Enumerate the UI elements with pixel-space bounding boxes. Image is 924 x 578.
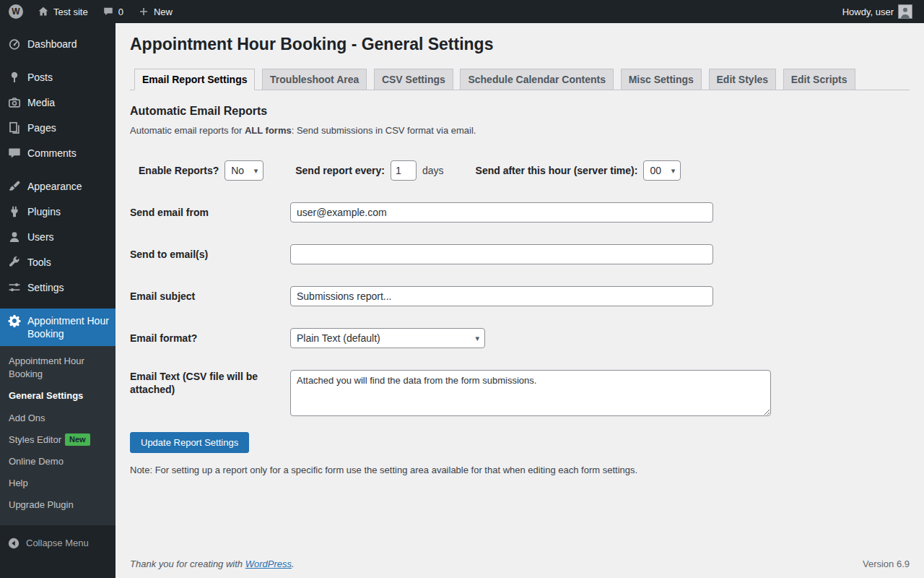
submenu-item-styles-editor[interactable]: Styles EditorNew bbox=[0, 429, 116, 451]
sidebar-item-appearance[interactable]: Appearance bbox=[0, 174, 116, 199]
intro-text: Automatic email reports for ALL forms: S… bbox=[130, 125, 910, 136]
camera-icon bbox=[7, 95, 22, 110]
report-schedule-row: Enable Reports? No ▾ Send report every: … bbox=[130, 160, 910, 181]
sidebar-item-pages[interactable]: Pages bbox=[0, 116, 116, 141]
sidebar-item-appointment-hour-booking[interactable]: Appointment Hour Booking bbox=[0, 309, 116, 346]
days-suffix: days bbox=[422, 165, 444, 176]
comments-count: 0 bbox=[118, 7, 123, 17]
tab-edit-scripts[interactable]: Edit Scripts bbox=[783, 69, 855, 90]
page-title: Appointment Hour Booking - General Setti… bbox=[130, 32, 910, 59]
submenu-item-online-demo[interactable]: Online Demo bbox=[0, 451, 116, 473]
send-email-from-label: Send email from bbox=[130, 206, 290, 219]
admin-sidebar: Dashboard Posts Media Pages Comments App… bbox=[0, 23, 116, 578]
wp-logo-menu[interactable]: W bbox=[1, 0, 30, 23]
submenu-item-label: Appointment Hour Booking bbox=[9, 355, 84, 379]
enable-reports-label: Enable Reports? bbox=[139, 165, 219, 176]
sidebar-item-label: Appointment Hour Booking bbox=[27, 314, 110, 340]
howdy-text: Howdy, user bbox=[842, 7, 894, 17]
email-subject-input[interactable] bbox=[290, 286, 713, 306]
intro-bold: ALL forms bbox=[245, 125, 292, 136]
main-content: Appointment Hour Booking - General Setti… bbox=[116, 23, 924, 578]
sidebar-item-label: Media bbox=[27, 96, 55, 109]
email-format-select[interactable]: Plain Text (default) bbox=[290, 328, 485, 348]
pin-icon bbox=[7, 70, 22, 85]
tab-misc-settings[interactable]: Misc Settings bbox=[621, 69, 702, 90]
submenu-item-label: General Settings bbox=[9, 390, 83, 401]
email-text-row: Email Text (CSV file will be attached) A… bbox=[130, 370, 910, 416]
sliders-icon bbox=[7, 280, 22, 295]
report-interval-input[interactable] bbox=[391, 160, 417, 181]
collapse-arrow-icon bbox=[7, 537, 20, 550]
wordpress-link[interactable]: WordPress bbox=[245, 558, 292, 569]
sidebar-item-comments[interactable]: Comments bbox=[0, 141, 116, 166]
version-text: Version 6.9 bbox=[863, 558, 910, 569]
tab-email-report-settings[interactable]: Email Report Settings bbox=[134, 69, 255, 90]
sidebar-item-posts[interactable]: Posts bbox=[0, 65, 116, 90]
menu-separator bbox=[0, 301, 116, 309]
report-hour-label: Send after this hour (server time): bbox=[476, 165, 638, 176]
submenu-item-help[interactable]: Help bbox=[0, 473, 116, 494]
wordpress-logo-icon: W bbox=[9, 4, 23, 19]
intro-suffix: : Send submissions in CSV format via ema… bbox=[292, 125, 476, 136]
submenu-item-add-ons[interactable]: Add Ons bbox=[0, 407, 116, 429]
sidebar-item-label: Users bbox=[27, 230, 54, 243]
thanks-suffix: . bbox=[292, 558, 295, 569]
note-text: Note: For setting up a report only for a… bbox=[130, 465, 910, 475]
email-text-textarea[interactable]: Attached you will find the data from the… bbox=[290, 370, 771, 416]
send-to-email-label: Send to email(s) bbox=[130, 248, 290, 261]
new-content-menu[interactable]: New bbox=[131, 0, 180, 23]
update-report-settings-button[interactable]: Update Report Settings bbox=[130, 432, 249, 453]
sidebar-item-users[interactable]: Users bbox=[0, 225, 116, 250]
sidebar-item-media[interactable]: Media bbox=[0, 90, 116, 116]
send-email-from-input[interactable] bbox=[290, 202, 713, 223]
plug-icon bbox=[7, 204, 22, 219]
submenu-item-general-settings[interactable]: General Settings bbox=[0, 385, 116, 407]
enable-reports-select[interactable]: No bbox=[225, 160, 263, 181]
email-text-label: Email Text (CSV file will be attached) bbox=[130, 370, 290, 396]
submenu-item-label: Upgrade Plugin bbox=[9, 499, 74, 510]
tab-bar: Email Report Settings Troubleshoot Area … bbox=[130, 69, 910, 90]
sidebar-item-label: Plugins bbox=[27, 205, 61, 218]
sidebar-item-label: Dashboard bbox=[27, 38, 77, 51]
section-title: Automatic Email Reports bbox=[130, 105, 910, 118]
enable-reports-group: Enable Reports? No ▾ bbox=[139, 160, 263, 181]
site-name: Test site bbox=[53, 7, 88, 17]
tab-edit-styles[interactable]: Edit Styles bbox=[709, 69, 777, 90]
new-badge: New bbox=[65, 434, 90, 446]
send-to-email-row: Send to email(s) bbox=[130, 244, 910, 264]
tab-troubleshoot-area[interactable]: Troubleshoot Area bbox=[262, 69, 367, 90]
submenu-item-appointment-hour-booking[interactable]: Appointment Hour Booking bbox=[0, 350, 116, 385]
sidebar-item-label: Comments bbox=[27, 147, 77, 160]
person-icon bbox=[7, 230, 22, 244]
submit-row: Update Report Settings bbox=[130, 432, 910, 453]
comments-bubble-icon bbox=[103, 6, 114, 17]
site-menu[interactable]: Test site bbox=[30, 0, 95, 23]
account-menu[interactable]: Howdy, user bbox=[835, 0, 920, 23]
collapse-menu-button[interactable]: Collapse Menu bbox=[0, 531, 116, 556]
sidebar-item-dashboard[interactable]: Dashboard bbox=[0, 32, 116, 57]
dashboard-icon bbox=[7, 37, 22, 51]
sidebar-item-label: Pages bbox=[27, 121, 56, 134]
intro-prefix: Automatic email reports for bbox=[130, 125, 245, 136]
tab-csv-settings[interactable]: CSV Settings bbox=[374, 69, 453, 90]
submenu-item-label: Online Demo bbox=[9, 456, 64, 467]
home-icon bbox=[38, 6, 49, 17]
pages-icon bbox=[7, 121, 22, 135]
submenu-item-label: Styles Editor bbox=[9, 434, 61, 445]
comments-menu[interactable]: 0 bbox=[95, 0, 131, 23]
report-interval-group: Send report every: days bbox=[295, 160, 443, 181]
menu-separator bbox=[0, 57, 116, 65]
thanks-prefix: Thank you for creating with bbox=[130, 558, 245, 569]
email-subject-label: Email subject bbox=[130, 290, 290, 303]
tab-schedule-calendar-contents[interactable]: Schedule Calendar Contents bbox=[460, 69, 614, 90]
send-to-email-input[interactable] bbox=[290, 244, 713, 264]
sidebar-item-tools[interactable]: Tools bbox=[0, 250, 116, 275]
submenu-item-upgrade-plugin[interactable]: Upgrade Plugin bbox=[0, 494, 116, 516]
sidebar-item-plugins[interactable]: Plugins bbox=[0, 199, 116, 225]
report-hour-select[interactable]: 00 bbox=[643, 160, 681, 181]
footer: Thank you for creating with WordPress. V… bbox=[130, 551, 910, 569]
email-subject-row: Email subject bbox=[130, 286, 910, 306]
avatar bbox=[898, 4, 912, 19]
sidebar-item-settings[interactable]: Settings bbox=[0, 275, 116, 301]
sidebar-item-label: Settings bbox=[27, 281, 64, 294]
